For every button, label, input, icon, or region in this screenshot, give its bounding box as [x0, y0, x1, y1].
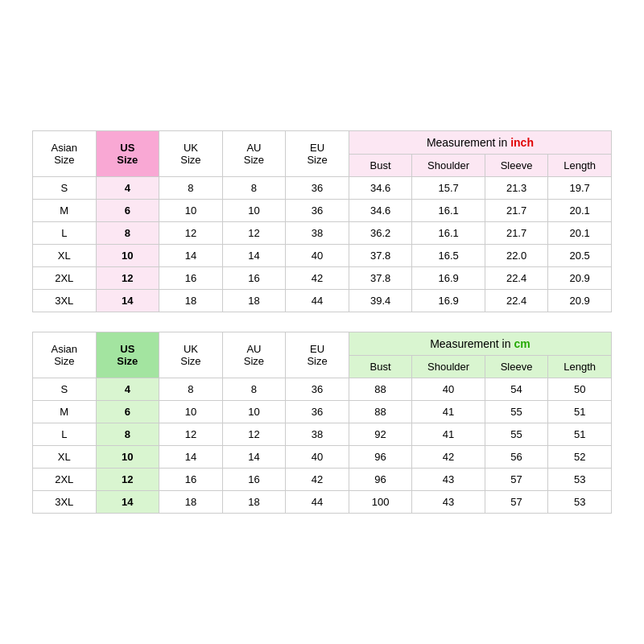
- length-cell: 20.5: [548, 245, 612, 267]
- asian-size-cell: XL: [33, 245, 97, 267]
- uk-size-cell: 14: [159, 245, 223, 267]
- shoulder-cell: 43: [412, 491, 485, 514]
- cm-asian-size-header: AsianSize: [33, 332, 97, 378]
- uk-size-cell: 16: [159, 469, 223, 491]
- inch-bust-header: Bust: [349, 155, 412, 177]
- uk-size-cell: 14: [159, 446, 223, 469]
- asian-size-cell: XL: [33, 446, 97, 469]
- table-row: S 4 8 8 36 88 40 54 50: [33, 378, 612, 401]
- bust-cell: 88: [349, 378, 412, 401]
- inch-uk-size-header: UKSize: [159, 131, 223, 177]
- bust-cell: 36.2: [349, 222, 412, 245]
- us-size-cell: 4: [96, 378, 159, 401]
- eu-size-cell: 42: [286, 267, 349, 290]
- length-cell: 51: [548, 401, 612, 423]
- uk-size-cell: 8: [159, 177, 223, 200]
- eu-size-cell: 36: [286, 401, 349, 423]
- shoulder-cell: 15.7: [412, 177, 485, 200]
- au-size-cell: 8: [222, 378, 286, 401]
- sleeve-cell: 21.7: [485, 222, 548, 245]
- table-row: S 4 8 8 36 34.6 15.7 21.3 19.7: [33, 177, 612, 200]
- us-size-cell: 10: [96, 245, 159, 267]
- length-cell: 20.1: [548, 222, 612, 245]
- shoulder-cell: 16.9: [412, 290, 485, 312]
- asian-size-cell: S: [33, 177, 97, 200]
- shoulder-cell: 16.1: [412, 222, 485, 245]
- au-size-cell: 16: [222, 469, 286, 491]
- inch-us-size-header: USSize: [96, 131, 159, 177]
- cm-length-header: Length: [548, 356, 612, 378]
- table-row: M 6 10 10 36 34.6 16.1 21.7 20.1: [33, 200, 612, 222]
- uk-size-cell: 16: [159, 267, 223, 290]
- uk-size-cell: 18: [159, 491, 223, 514]
- table-row: 2XL 12 16 16 42 37.8 16.9 22.4 20.9: [33, 267, 612, 290]
- au-size-cell: 14: [222, 245, 286, 267]
- inch-measurement-header: Measurement in inch: [349, 131, 611, 155]
- length-cell: 52: [548, 446, 612, 469]
- inch-table: AsianSize USSize UKSize AUSize EUSize Me…: [32, 130, 612, 312]
- shoulder-cell: 16.5: [412, 245, 485, 267]
- length-cell: 53: [548, 469, 612, 491]
- shoulder-cell: 41: [412, 423, 485, 446]
- eu-size-cell: 38: [286, 423, 349, 446]
- inch-eu-size-header: EUSize: [286, 131, 349, 177]
- eu-size-cell: 36: [286, 200, 349, 222]
- sleeve-cell: 22.4: [485, 290, 548, 312]
- bust-cell: 96: [349, 469, 412, 491]
- length-cell: 20.9: [548, 290, 612, 312]
- shoulder-cell: 43: [412, 469, 485, 491]
- length-cell: 51: [548, 423, 612, 446]
- table-row: L 8 12 12 38 92 41 55 51: [33, 423, 612, 446]
- au-size-cell: 14: [222, 446, 286, 469]
- asian-size-cell: L: [33, 222, 97, 245]
- cm-unit-label: cm: [514, 337, 530, 350]
- cm-table: AsianSize USSize UKSize AUSize EUSize Me…: [32, 332, 612, 514]
- cm-au-size-header: AUSize: [222, 332, 286, 378]
- asian-size-cell: M: [33, 200, 97, 222]
- us-size-cell: 8: [96, 423, 159, 446]
- tables-wrapper: AsianSize USSize UKSize AUSize EUSize Me…: [16, 114, 628, 530]
- cm-us-size-header: USSize: [96, 332, 159, 378]
- shoulder-cell: 42: [412, 446, 485, 469]
- inch-asian-size-header: AsianSize: [33, 131, 97, 177]
- sleeve-cell: 22.0: [485, 245, 548, 267]
- asian-size-cell: 3XL: [33, 491, 97, 514]
- us-size-cell: 12: [96, 267, 159, 290]
- asian-size-cell: 2XL: [33, 267, 97, 290]
- eu-size-cell: 38: [286, 222, 349, 245]
- cm-measurement-header: Measurement in cm: [349, 332, 611, 356]
- table-row: XL 10 14 14 40 96 42 56 52: [33, 446, 612, 469]
- au-size-cell: 18: [222, 290, 286, 312]
- us-size-cell: 6: [96, 200, 159, 222]
- eu-size-cell: 40: [286, 446, 349, 469]
- au-size-cell: 12: [222, 222, 286, 245]
- sleeve-cell: 55: [485, 401, 548, 423]
- sleeve-cell: 55: [485, 423, 548, 446]
- sleeve-cell: 22.4: [485, 267, 548, 290]
- table-row: M 6 10 10 36 88 41 55 51: [33, 401, 612, 423]
- au-size-cell: 10: [222, 200, 286, 222]
- table-row: 2XL 12 16 16 42 96 43 57 53: [33, 469, 612, 491]
- eu-size-cell: 44: [286, 491, 349, 514]
- uk-size-cell: 18: [159, 290, 223, 312]
- length-cell: 53: [548, 491, 612, 514]
- asian-size-cell: L: [33, 423, 97, 446]
- us-size-cell: 10: [96, 446, 159, 469]
- au-size-cell: 10: [222, 401, 286, 423]
- inch-shoulder-header: Shoulder: [412, 155, 485, 177]
- sleeve-cell: 57: [485, 469, 548, 491]
- bust-cell: 100: [349, 491, 412, 514]
- bust-cell: 34.6: [349, 200, 412, 222]
- au-size-cell: 12: [222, 423, 286, 446]
- uk-size-cell: 8: [159, 378, 223, 401]
- uk-size-cell: 12: [159, 423, 223, 446]
- uk-size-cell: 10: [159, 401, 223, 423]
- length-cell: 50: [548, 378, 612, 401]
- cm-eu-size-header: EUSize: [286, 332, 349, 378]
- us-size-cell: 12: [96, 469, 159, 491]
- inch-length-header: Length: [548, 155, 612, 177]
- asian-size-cell: 2XL: [33, 469, 97, 491]
- au-size-cell: 16: [222, 267, 286, 290]
- length-cell: 20.1: [548, 200, 612, 222]
- inch-unit-label: inch: [510, 136, 534, 149]
